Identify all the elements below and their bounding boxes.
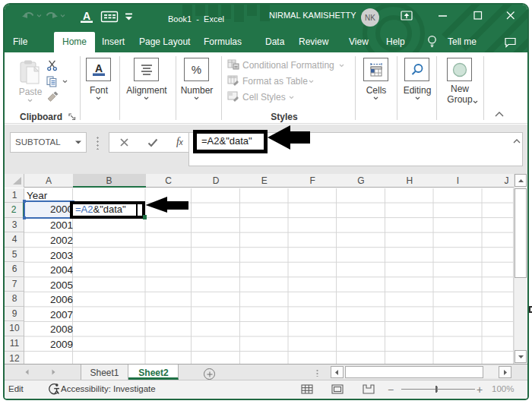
svg-text:A: A <box>94 62 102 74</box>
svg-text:A: A <box>83 10 90 22</box>
